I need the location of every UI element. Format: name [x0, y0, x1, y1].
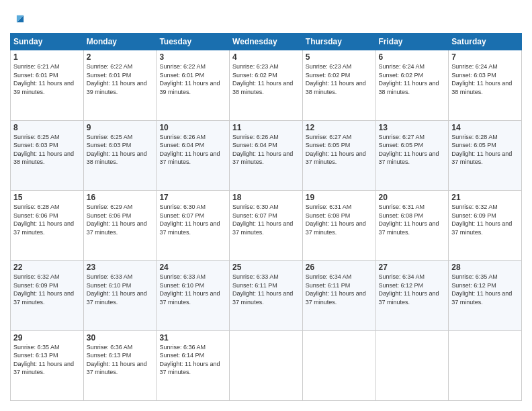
day-number: 5 [306, 52, 373, 62]
day-info: Sunrise: 6:35 AM Sunset: 6:13 PM Dayligh… [13, 343, 81, 377]
day-info: Sunrise: 6:34 AM Sunset: 6:12 PM Dayligh… [379, 273, 446, 306]
calendar-cell: 18 Sunrise: 6:30 AM Sunset: 6:07 PM Dayl… [230, 190, 303, 260]
calendar-cell: 21 Sunrise: 6:32 AM Sunset: 6:09 PM Dayl… [449, 190, 522, 260]
day-number: 18 [232, 193, 300, 202]
day-number: 15 [13, 193, 81, 202]
day-number: 29 [13, 333, 81, 342]
calendar-cell: 23 Sunrise: 6:33 AM Sunset: 6:10 PM Dayl… [83, 261, 157, 330]
calendar-cell: 29 Sunrise: 6:35 AM Sunset: 6:13 PM Dayl… [11, 330, 84, 400]
calendar-cell: 6 Sunrise: 6:24 AM Sunset: 6:02 PM Dayli… [375, 50, 449, 120]
day-info: Sunrise: 6:22 AM Sunset: 6:01 PM Dayligh… [87, 62, 154, 96]
calendar-cell: 17 Sunrise: 6:30 AM Sunset: 6:07 PM Dayl… [157, 190, 230, 260]
weekday-header-monday: Monday [83, 34, 157, 50]
day-number: 14 [451, 123, 519, 132]
day-info: Sunrise: 6:23 AM Sunset: 6:02 PM Dayligh… [232, 62, 300, 96]
day-info: Sunrise: 6:31 AM Sunset: 6:08 PM Dayligh… [306, 203, 373, 236]
day-number: 21 [451, 193, 519, 202]
day-info: Sunrise: 6:28 AM Sunset: 6:06 PM Dayligh… [13, 203, 81, 236]
calendar-body: 1 Sunrise: 6:21 AM Sunset: 6:01 PM Dayli… [11, 50, 522, 401]
calendar-cell: 26 Sunrise: 6:34 AM Sunset: 6:11 PM Dayl… [302, 261, 375, 330]
calendar-cell: 22 Sunrise: 6:32 AM Sunset: 6:09 PM Dayl… [11, 261, 84, 330]
day-info: Sunrise: 6:36 AM Sunset: 6:14 PM Dayligh… [159, 343, 226, 377]
day-number: 20 [379, 193, 446, 202]
day-info: Sunrise: 6:25 AM Sunset: 6:03 PM Dayligh… [87, 133, 154, 167]
calendar-cell: 28 Sunrise: 6:35 AM Sunset: 6:12 PM Dayl… [449, 261, 522, 330]
day-number: 25 [232, 263, 300, 272]
day-number: 28 [451, 263, 519, 272]
calendar-cell: 12 Sunrise: 6:27 AM Sunset: 6:05 PM Dayl… [302, 120, 375, 190]
calendar-cell: 2 Sunrise: 6:22 AM Sunset: 6:01 PM Dayli… [83, 50, 157, 120]
header [10, 10, 522, 26]
calendar-week-4: 22 Sunrise: 6:32 AM Sunset: 6:09 PM Dayl… [11, 261, 522, 330]
day-info: Sunrise: 6:35 AM Sunset: 6:12 PM Dayligh… [451, 273, 519, 306]
day-number: 19 [306, 193, 373, 202]
day-info: Sunrise: 6:23 AM Sunset: 6:02 PM Dayligh… [306, 62, 373, 96]
day-info: Sunrise: 6:21 AM Sunset: 6:01 PM Dayligh… [13, 62, 81, 96]
day-info: Sunrise: 6:25 AM Sunset: 6:03 PM Dayligh… [13, 133, 81, 167]
page: SundayMondayTuesdayWednesdayThursdayFrid… [0, 0, 532, 411]
calendar-cell [375, 330, 449, 400]
day-info: Sunrise: 6:32 AM Sunset: 6:09 PM Dayligh… [451, 203, 519, 236]
calendar-cell: 8 Sunrise: 6:25 AM Sunset: 6:03 PM Dayli… [11, 120, 84, 190]
calendar-table: SundayMondayTuesdayWednesdayThursdayFrid… [10, 33, 522, 401]
day-info: Sunrise: 6:22 AM Sunset: 6:01 PM Dayligh… [159, 62, 226, 96]
logo [10, 10, 28, 26]
day-info: Sunrise: 6:27 AM Sunset: 6:05 PM Dayligh… [379, 133, 446, 167]
day-info: Sunrise: 6:26 AM Sunset: 6:04 PM Dayligh… [159, 133, 226, 167]
day-info: Sunrise: 6:33 AM Sunset: 6:10 PM Dayligh… [159, 273, 226, 306]
calendar-cell [302, 330, 375, 400]
calendar-cell: 20 Sunrise: 6:31 AM Sunset: 6:08 PM Dayl… [375, 190, 449, 260]
calendar-cell: 15 Sunrise: 6:28 AM Sunset: 6:06 PM Dayl… [11, 190, 84, 260]
calendar-cell: 31 Sunrise: 6:36 AM Sunset: 6:14 PM Dayl… [157, 330, 230, 400]
calendar-cell: 24 Sunrise: 6:33 AM Sunset: 6:10 PM Dayl… [157, 261, 230, 330]
day-number: 1 [13, 52, 81, 62]
day-info: Sunrise: 6:33 AM Sunset: 6:11 PM Dayligh… [232, 273, 300, 306]
calendar-cell [449, 330, 522, 400]
day-number: 9 [87, 123, 154, 132]
calendar-cell: 14 Sunrise: 6:28 AM Sunset: 6:05 PM Dayl… [449, 120, 522, 190]
calendar-header-row: SundayMondayTuesdayWednesdayThursdayFrid… [11, 34, 522, 50]
calendar-cell: 30 Sunrise: 6:36 AM Sunset: 6:13 PM Dayl… [83, 330, 157, 400]
day-info: Sunrise: 6:27 AM Sunset: 6:05 PM Dayligh… [306, 133, 373, 167]
calendar-cell: 5 Sunrise: 6:23 AM Sunset: 6:02 PM Dayli… [302, 50, 375, 120]
day-number: 27 [379, 263, 446, 272]
day-number: 23 [87, 263, 154, 272]
day-number: 22 [13, 263, 81, 272]
day-info: Sunrise: 6:28 AM Sunset: 6:05 PM Dayligh… [451, 133, 519, 167]
calendar-cell: 19 Sunrise: 6:31 AM Sunset: 6:08 PM Dayl… [302, 190, 375, 260]
weekday-header-tuesday: Tuesday [157, 34, 230, 50]
day-info: Sunrise: 6:34 AM Sunset: 6:11 PM Dayligh… [306, 273, 373, 306]
weekday-header-friday: Friday [375, 34, 449, 50]
calendar-cell: 27 Sunrise: 6:34 AM Sunset: 6:12 PM Dayl… [375, 261, 449, 330]
day-number: 10 [159, 123, 226, 132]
day-number: 31 [159, 333, 226, 342]
day-number: 13 [379, 123, 446, 132]
day-number: 24 [159, 263, 226, 272]
calendar-week-2: 8 Sunrise: 6:25 AM Sunset: 6:03 PM Dayli… [11, 120, 522, 190]
day-number: 2 [87, 52, 154, 62]
calendar-cell: 3 Sunrise: 6:22 AM Sunset: 6:01 PM Dayli… [157, 50, 230, 120]
day-number: 17 [159, 193, 226, 202]
day-number: 26 [306, 263, 373, 272]
weekday-header-sunday: Sunday [11, 34, 84, 50]
weekday-header-saturday: Saturday [449, 34, 522, 50]
weekday-header-wednesday: Wednesday [230, 34, 303, 50]
day-number: 3 [159, 52, 226, 62]
calendar-cell: 4 Sunrise: 6:23 AM Sunset: 6:02 PM Dayli… [230, 50, 303, 120]
day-info: Sunrise: 6:24 AM Sunset: 6:02 PM Dayligh… [379, 62, 446, 96]
day-number: 8 [13, 123, 81, 132]
weekday-header-thursday: Thursday [302, 34, 375, 50]
calendar-week-5: 29 Sunrise: 6:35 AM Sunset: 6:13 PM Dayl… [11, 330, 522, 400]
day-number: 6 [379, 52, 446, 62]
calendar-cell: 13 Sunrise: 6:27 AM Sunset: 6:05 PM Dayl… [375, 120, 449, 190]
day-info: Sunrise: 6:31 AM Sunset: 6:08 PM Dayligh… [379, 203, 446, 236]
day-number: 4 [232, 52, 300, 62]
day-info: Sunrise: 6:33 AM Sunset: 6:10 PM Dayligh… [87, 273, 154, 306]
day-info: Sunrise: 6:32 AM Sunset: 6:09 PM Dayligh… [13, 273, 81, 306]
logo-icon [13, 11, 28, 26]
day-number: 7 [451, 52, 519, 62]
calendar-cell: 25 Sunrise: 6:33 AM Sunset: 6:11 PM Dayl… [230, 261, 303, 330]
day-number: 12 [306, 123, 373, 132]
day-info: Sunrise: 6:30 AM Sunset: 6:07 PM Dayligh… [159, 203, 226, 236]
day-info: Sunrise: 6:26 AM Sunset: 6:04 PM Dayligh… [232, 133, 300, 167]
